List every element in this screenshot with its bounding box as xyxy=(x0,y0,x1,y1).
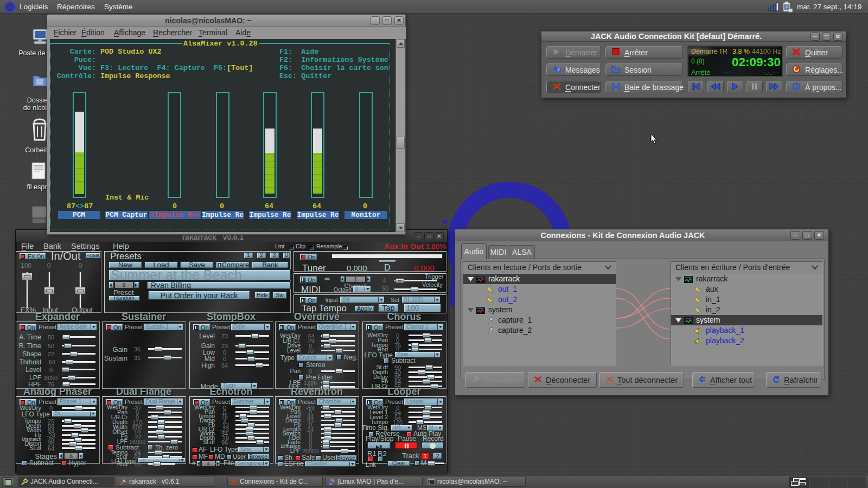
svg-text:LZK: LZK xyxy=(5,5,15,10)
